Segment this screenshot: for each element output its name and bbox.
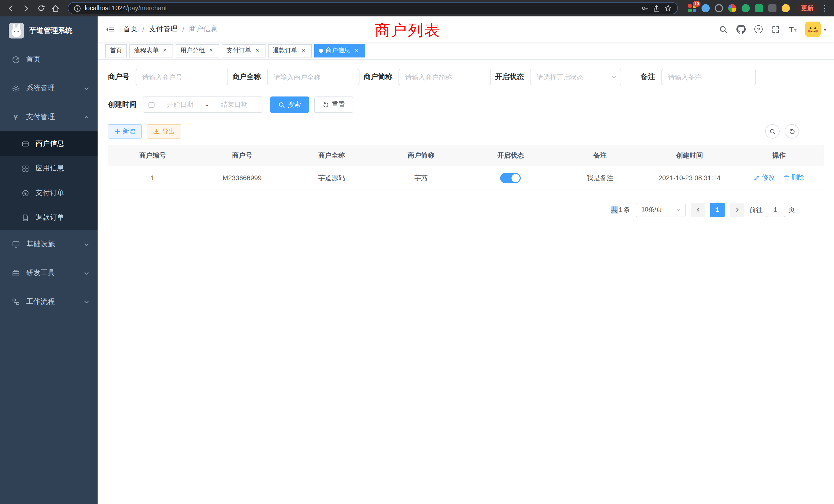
cell-merchant-no: M233666999 <box>197 166 287 190</box>
refresh-button[interactable] <box>785 124 799 139</box>
delete-link[interactable]: 删除 <box>783 173 805 182</box>
sidebar-item-app-info[interactable]: 应用信息 <box>0 156 97 181</box>
site-info-icon[interactable] <box>73 4 81 12</box>
extension-icon[interactable] <box>742 4 750 12</box>
sidebar-item-pay-order[interactable]: 支付订单 <box>0 181 97 205</box>
hamburger-icon[interactable] <box>105 24 115 34</box>
field-label: 开启状态 <box>495 72 524 82</box>
bookmark-star-icon[interactable] <box>664 4 672 12</box>
extension-icon[interactable] <box>755 4 763 12</box>
page-number-button[interactable]: 1 <box>710 203 725 217</box>
help-icon[interactable]: ? <box>755 25 763 33</box>
logo[interactable]: 芋道管理系统 <box>0 17 97 45</box>
pencil-icon <box>753 175 760 181</box>
remark-input[interactable] <box>661 69 756 85</box>
goto-page-input[interactable] <box>766 203 785 217</box>
short-name-input[interactable] <box>398 69 491 85</box>
monitor-icon <box>11 240 20 248</box>
search-icon[interactable] <box>719 25 728 33</box>
close-icon[interactable]: × <box>353 47 360 54</box>
profile-avatar-icon[interactable] <box>782 4 790 12</box>
close-icon[interactable]: × <box>300 47 307 54</box>
share-icon[interactable] <box>653 4 660 12</box>
edit-link[interactable]: 修改 <box>753 173 775 182</box>
user-menu[interactable]: ▾ <box>805 22 826 37</box>
sidebar-item-dev-tools[interactable]: 研发工具 <box>0 259 97 288</box>
github-icon[interactable] <box>737 25 746 34</box>
tab-process-form[interactable]: 流程表单 × <box>129 44 173 57</box>
full-name-input[interactable] <box>267 69 359 85</box>
add-button[interactable]: 新增 <box>108 124 142 139</box>
extension-icon[interactable] <box>702 4 710 12</box>
date-start-placeholder[interactable]: 开始日期 <box>157 100 203 109</box>
date-end-placeholder[interactable]: 结束日期 <box>211 100 257 109</box>
tab-label: 用户分组 <box>180 46 205 55</box>
filter-form-row-1: 商户号 商户全称 商户简称 开启状态 <box>108 69 824 85</box>
sidebar-item-merchant-info[interactable]: 商户信息 <box>0 131 97 156</box>
filter-status: 开启状态 <box>495 69 621 85</box>
fullscreen-icon[interactable] <box>772 25 780 33</box>
search-button[interactable]: 搜索 <box>270 96 309 113</box>
tab-merchant-info[interactable]: 商户信息 × <box>314 44 365 57</box>
field-label: 创建时间 <box>108 100 137 109</box>
pay-order-icon <box>21 189 30 197</box>
status-select[interactable] <box>530 69 621 85</box>
sidebar-item-payment[interactable]: ¥ 支付管理 <box>0 102 97 131</box>
forward-button[interactable] <box>19 1 33 15</box>
sidebar-item-label: 退款订单 <box>36 213 64 222</box>
extension-icon[interactable] <box>728 4 737 12</box>
field-label: 备注 <box>641 72 655 82</box>
tab-user-group[interactable]: 用户分组 × <box>176 44 219 57</box>
close-icon[interactable]: × <box>207 47 215 54</box>
home-button[interactable] <box>49 1 63 15</box>
close-icon[interactable]: × <box>161 47 169 54</box>
breadcrumb-item[interactable]: 支付管理 <box>149 25 178 34</box>
tab-home[interactable]: 首页 <box>105 44 127 57</box>
sidebar-item-refund-order[interactable]: 退款订单 <box>0 205 97 230</box>
tab-pay-order[interactable]: 支付订单 × <box>222 44 265 57</box>
update-button[interactable]: 更新 <box>796 2 818 14</box>
page-size-select[interactable]: 10条/页 <box>636 203 686 217</box>
goto-suffix: 页 <box>788 205 795 214</box>
font-size-icon[interactable]: TT <box>789 25 796 33</box>
pagination-total: 共1条 <box>611 205 631 214</box>
address-bar[interactable]: localhost:1024/pay/merchant <box>68 2 678 14</box>
sidebar-item-home[interactable]: 首页 <box>0 45 97 74</box>
column-header: 商户号 <box>197 145 287 166</box>
reload-button[interactable] <box>34 1 48 15</box>
prev-page-button[interactable] <box>691 203 705 217</box>
password-key-icon[interactable] <box>641 4 649 12</box>
navbar-actions: ? TT ▾ <box>719 22 826 37</box>
filter-form-row-2: 创建时间 开始日期 - 结束日期 <box>108 96 824 113</box>
browser-menu-icon[interactable]: ⋮ <box>820 4 830 13</box>
toggle-search-button[interactable] <box>765 124 780 139</box>
export-button[interactable]: 导出 <box>147 124 181 139</box>
breadcrumb-separator: / <box>142 25 144 33</box>
sidebar-item-workflow[interactable]: 工作流程 <box>0 288 97 316</box>
cell-actions: 修改 删除 <box>734 166 824 190</box>
cell-status <box>466 166 555 190</box>
tab-label: 首页 <box>110 46 122 55</box>
close-icon[interactable]: × <box>254 47 261 54</box>
filter-merchant-no: 商户号 <box>108 69 228 85</box>
status-toggle[interactable] <box>500 173 521 183</box>
extension-icon[interactable]: 10 <box>688 4 696 12</box>
merchant-no-input[interactable] <box>136 69 228 85</box>
avatar <box>805 22 821 37</box>
extension-icon[interactable] <box>768 4 776 12</box>
tab-refund-order[interactable]: 退款订单 × <box>268 44 312 57</box>
toolbox-icon <box>11 269 20 277</box>
sidebar-item-system[interactable]: 系统管理 <box>0 74 97 102</box>
reset-button[interactable]: 重置 <box>314 96 353 113</box>
next-page-button[interactable] <box>730 203 744 217</box>
extension-icon[interactable] <box>715 4 723 12</box>
sidebar-item-infrastructure[interactable]: 基础设施 <box>0 230 97 259</box>
date-range-picker[interactable]: 开始日期 - 结束日期 <box>143 96 262 113</box>
back-button[interactable] <box>4 1 18 15</box>
payment-submenu: 商户信息 应用信息 支付订单 <box>0 131 97 230</box>
status-select-input[interactable] <box>530 69 621 85</box>
merchant-table: 商户编号 商户号 商户全称 商户简称 开启状态 备注 创建时间 操作 1 <box>108 145 824 190</box>
breadcrumb-item[interactable]: 首页 <box>123 25 138 34</box>
sidebar-item-label: 研发工具 <box>26 269 55 278</box>
trash-icon <box>783 175 790 181</box>
